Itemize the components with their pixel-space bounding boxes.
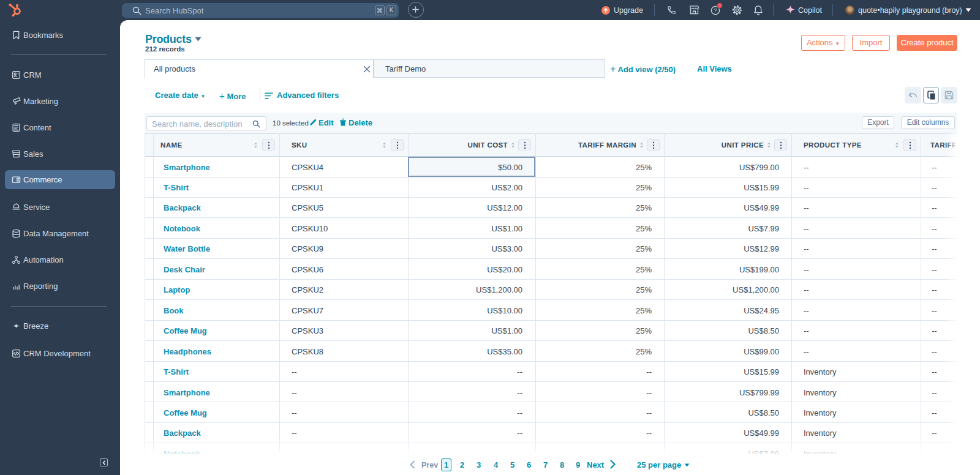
svg-text:?: ? — [714, 7, 717, 13]
